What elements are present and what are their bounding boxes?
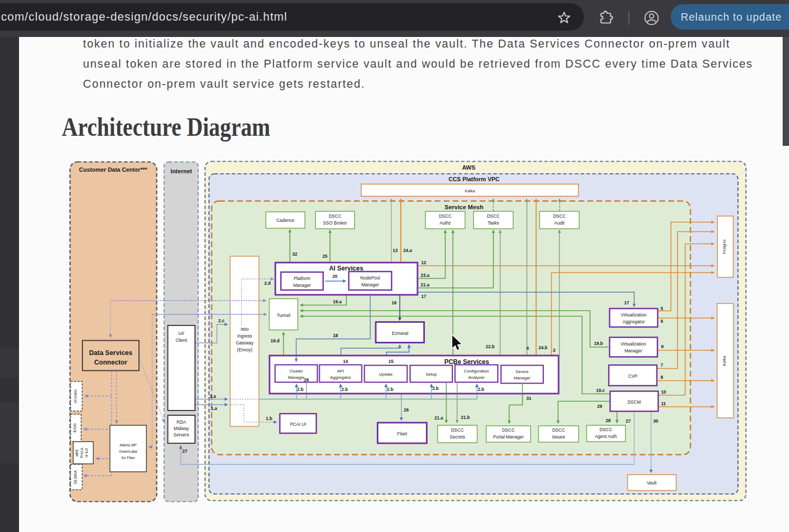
svg-text:for Files: for Files [122,456,135,460]
svg-text:Tasks: Tasks [488,220,499,226]
svg-text:DSCC: DSCC [439,213,451,219]
svg-text:Manager: Manager [361,282,379,287]
svg-text:Ingress: Ingress [237,333,252,339]
svg-text:Configuration: Configuration [464,369,489,374]
svg-text:NodePool: NodePool [360,275,380,281]
svg-text:Virtualization: Virtualization [620,341,646,347]
svg-text:Kafka: Kafka [465,189,475,193]
svg-text:3: 3 [553,348,555,353]
svg-text:31: 31 [526,396,532,401]
svg-text:21.a: 21.a [421,282,430,287]
svg-text:26: 26 [404,407,409,413]
svg-text:Data Services: Data Services [89,349,132,357]
svg-text:nt iLO: nt iLO [85,448,88,457]
svg-text:Kafka: Kafka [722,356,727,366]
svg-text:HPE: HPE [75,449,79,456]
svg-text:10: 10 [661,389,666,395]
svg-text:2.b: 2.b [432,386,439,391]
svg-text:Customer Data Center***: Customer Data Center*** [79,166,148,173]
svg-text:4: 4 [526,346,529,351]
svg-text:23.a: 23.a [421,273,430,278]
svg-text:Secrets: Secrets [450,434,465,440]
svg-text:RDA: RDA [177,419,186,425]
svg-text:12: 12 [421,260,426,265]
svg-text:Virtualization: Virtualization [621,312,647,318]
svg-text:Manager: Manager [288,375,305,380]
svg-text:20: 20 [332,274,338,279]
svg-text:DSCC: DSCC [329,213,341,219]
svg-text:Audit: Audit [554,220,565,226]
svg-text:Cadence: Cadence [276,218,294,223]
svg-text:24.a: 24.a [403,248,412,253]
svg-text:DL380A: DL380A [73,470,77,484]
svg-text:AWS: AWS [462,164,475,171]
svg-text:8: 8 [661,375,663,380]
svg-text:DSCC: DSCC [487,213,499,219]
svg-text:2.d: 2.d [264,281,271,286]
svg-text:2.c: 2.c [218,318,225,323]
svg-text:28: 28 [606,418,611,423]
svg-text:Postgres: Postgres [722,239,727,254]
svg-text:vCenter: vCenter [73,389,78,403]
svg-text:2.b: 2.b [297,387,303,392]
svg-text:Vault: Vault [647,480,657,486]
svg-text:Manager: Manager [293,283,311,288]
svg-text:24.b: 24.b [539,345,547,350]
svg-text:CCS Platform VPC: CCS Platform VPC [449,176,500,182]
svg-text:Internet: Internet [171,168,192,174]
svg-text:Cluster: Cluster [290,369,303,374]
svg-text:UI/: UI/ [179,331,185,336]
svg-text:Manager: Manager [625,348,643,353]
svg-text:5: 5 [661,306,663,311]
svg-text:27: 27 [626,418,631,424]
svg-text:26: 26 [304,377,309,382]
svg-text:2.b: 2.b [387,387,393,392]
svg-text:DSCC: DSCC [502,427,515,433]
svg-text:API: API [337,369,344,374]
svg-text:Fleet: Fleet [397,431,408,436]
svg-text:Issues: Issues [552,434,565,440]
svg-text:CVP: CVP [628,374,638,379]
svg-text:Connector: Connector [94,359,127,366]
svg-text:25: 25 [322,254,328,259]
svg-text:Midway: Midway [174,426,190,431]
svg-text:19.b: 19.b [594,341,603,346]
svg-text:Platform: Platform [294,276,311,281]
svg-text:14: 14 [343,359,348,364]
svg-text:DSCC: DSCC [451,427,463,433]
svg-text:9: 9 [661,344,664,349]
svg-text:21.b: 21.b [461,415,470,420]
svg-text:2.a: 2.a [210,394,216,399]
svg-text:27: 27 [182,449,188,454]
svg-text:Gateway: Gateway [236,340,254,346]
svg-text:Setup: Setup [426,372,437,377]
svg-text:Aggregator: Aggregator [623,319,645,324]
svg-text:GreenLake: GreenLake [119,450,137,453]
svg-text:17: 17 [421,294,426,299]
svg-text:Authz: Authz [440,220,451,226]
svg-text:21.a: 21.a [434,415,443,421]
svg-text:32: 32 [292,251,298,257]
svg-text:Istio: Istio [240,326,249,332]
svg-text:15: 15 [388,359,394,364]
svg-text:1.a: 1.a [211,406,217,411]
svg-text:DSCC: DSCC [552,427,565,433]
svg-text:Aggregator: Aggregator [330,375,351,380]
svg-text:13: 13 [393,248,398,253]
svg-text:17: 17 [624,300,629,305]
svg-text:Manager: Manager [514,376,531,380]
svg-text:Agent Auth: Agent Auth [595,434,617,439]
svg-text:7: 7 [661,362,663,368]
svg-text:Servers: Servers [173,432,189,437]
svg-text:19.d: 19.d [271,338,280,343]
svg-text:DSCC: DSCC [553,213,565,219]
svg-text:Analyzer: Analyzer [468,375,485,380]
svg-text:Alletra MP: Alletra MP [119,443,137,447]
svg-text:SSO Broker: SSO Broker [323,220,347,226]
svg-text:Portal Manager: Portal Manager [493,434,524,440]
svg-text:Client: Client [175,338,187,343]
svg-text:2.b: 2.b [478,387,484,392]
svg-text:19.c: 19.c [596,388,605,393]
svg-text:Update: Update [379,372,393,377]
svg-text:Device: Device [516,369,529,374]
